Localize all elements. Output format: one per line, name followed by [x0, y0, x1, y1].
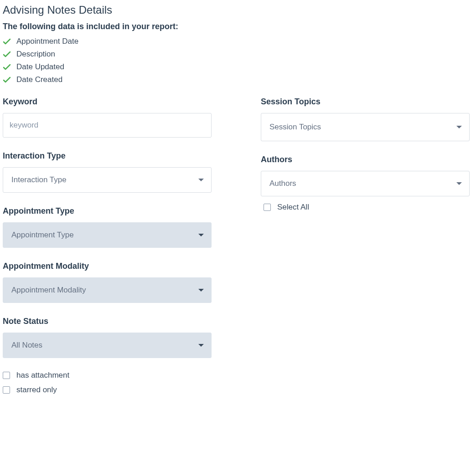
included-field-label: Appointment Date — [16, 37, 78, 46]
included-field-label: Date Updated — [16, 62, 64, 72]
session-topics-label: Session Topics — [261, 97, 470, 107]
session-topics-select-value: Session Topics — [269, 123, 321, 132]
appointment-modality-label: Appointment Modality — [3, 261, 212, 271]
keyword-label: Keyword — [3, 97, 212, 107]
appointment-modality-field-group: Appointment Modality Appointment Modalit… — [3, 261, 212, 303]
appointment-modality-select-value: Appointment Modality — [11, 286, 86, 295]
report-subtitle: The following data is included in your r… — [3, 22, 473, 31]
appointment-type-field-group: Appointment Type Appointment Type — [3, 206, 212, 248]
has-attachment-label: has attachment — [16, 371, 69, 380]
authors-select[interactable]: Authors — [261, 171, 470, 196]
keyword-input[interactable] — [3, 113, 212, 138]
included-field-item: Description — [3, 50, 473, 59]
included-field-item: Date Updated — [3, 62, 473, 72]
interaction-type-select-value: Interaction Type — [11, 175, 67, 184]
check-icon — [3, 77, 11, 83]
note-status-select-value: All Notes — [11, 341, 42, 350]
right-column: Session Topics Session Topics Authors Au… — [261, 97, 470, 231]
authors-label: Authors — [261, 155, 470, 164]
included-field-item: Appointment Date — [3, 37, 473, 46]
note-status-field-group: Note Status All Notes — [3, 317, 212, 358]
session-topics-select[interactable]: Session Topics — [261, 113, 470, 141]
authors-select-all-label: Select All — [277, 203, 309, 212]
included-field-label: Description — [16, 50, 55, 59]
included-fields-list: Appointment Date Description Date Update… — [3, 37, 473, 84]
keyword-field-group: Keyword — [3, 97, 212, 138]
authors-select-all-row[interactable]: Select All — [264, 203, 470, 212]
left-column: Keyword Interaction Type Interaction Typ… — [3, 97, 212, 400]
chevron-down-icon — [198, 234, 204, 236]
starred-only-label: starred only — [16, 385, 57, 395]
note-status-select[interactable]: All Notes — [3, 333, 212, 358]
chevron-down-icon — [198, 289, 204, 292]
authors-select-all-checkbox[interactable] — [264, 204, 271, 211]
authors-select-value: Authors — [269, 179, 296, 188]
chevron-down-icon — [198, 344, 204, 347]
has-attachment-row[interactable]: has attachment — [3, 371, 212, 380]
check-icon — [3, 64, 11, 70]
session-topics-field-group: Session Topics Session Topics — [261, 97, 470, 141]
interaction-type-label: Interaction Type — [3, 151, 212, 161]
chevron-down-icon — [456, 126, 462, 128]
interaction-type-field-group: Interaction Type Interaction Type — [3, 151, 212, 193]
appointment-modality-select[interactable]: Appointment Modality — [3, 277, 212, 303]
check-icon — [3, 38, 11, 45]
chevron-down-icon — [456, 182, 462, 185]
authors-field-group: Authors Authors Select All — [261, 155, 470, 217]
page-title: Advising Notes Details — [3, 4, 473, 16]
starred-only-checkbox[interactable] — [3, 386, 10, 394]
included-field-item: Date Created — [3, 75, 473, 84]
included-field-label: Date Created — [16, 75, 62, 84]
starred-only-row[interactable]: starred only — [3, 385, 212, 395]
interaction-type-select[interactable]: Interaction Type — [3, 167, 212, 193]
has-attachment-checkbox[interactable] — [3, 372, 10, 379]
chevron-down-icon — [198, 179, 204, 181]
note-status-label: Note Status — [3, 317, 212, 326]
appointment-type-select[interactable]: Appointment Type — [3, 222, 212, 248]
appointment-type-select-value: Appointment Type — [11, 231, 74, 240]
appointment-type-label: Appointment Type — [3, 206, 212, 216]
check-icon — [3, 51, 11, 57]
